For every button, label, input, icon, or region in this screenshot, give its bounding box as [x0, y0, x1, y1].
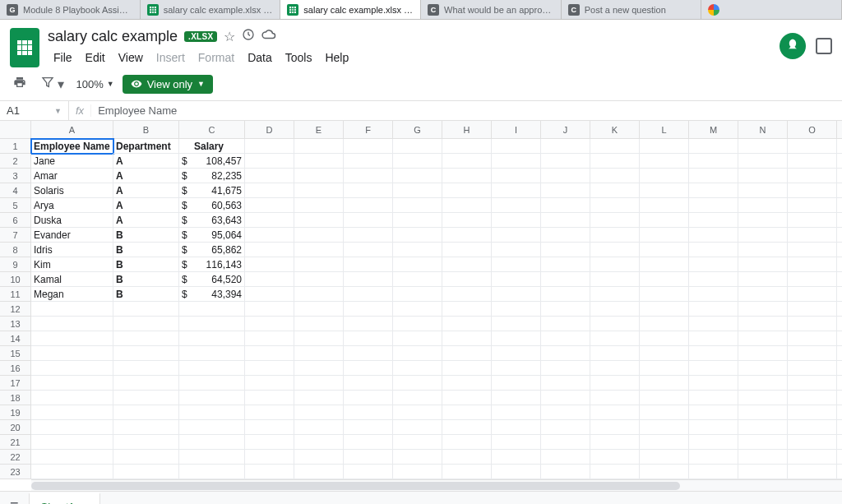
filter-icon[interactable]: ▾ [38, 72, 67, 95]
cell[interactable] [179, 302, 245, 317]
cell[interactable] [294, 272, 344, 287]
cell[interactable] [31, 361, 113, 376]
sheet-tab-sheet1[interactable]: Sheet1▼ [29, 492, 100, 504]
cell[interactable] [640, 435, 689, 450]
cell[interactable] [640, 154, 689, 169]
cell[interactable] [245, 391, 294, 405]
cell[interactable] [492, 169, 541, 183]
scrollbar-thumb[interactable] [31, 482, 680, 490]
cell[interactable] [442, 302, 492, 317]
cell[interactable] [837, 272, 842, 287]
cell[interactable] [179, 317, 245, 331]
row-header[interactable]: 22 [0, 450, 31, 465]
cell[interactable] [492, 450, 541, 465]
cell[interactable] [640, 391, 689, 405]
cell[interactable] [738, 405, 788, 420]
cell[interactable] [788, 169, 837, 183]
cell[interactable] [689, 139, 738, 154]
cell[interactable] [294, 435, 344, 450]
cell[interactable] [837, 302, 842, 317]
cell[interactable] [492, 228, 541, 243]
cell[interactable] [541, 198, 590, 213]
cell[interactable]: $60,563 [179, 198, 245, 213]
cell[interactable]: $64,520 [179, 272, 245, 287]
cell[interactable]: Kamal [31, 272, 113, 287]
cell[interactable] [442, 139, 492, 154]
row-header[interactable]: 16 [0, 361, 31, 376]
cell[interactable] [31, 405, 113, 420]
cell[interactable] [179, 435, 245, 450]
cell[interactable] [31, 302, 113, 317]
row-header[interactable]: 4 [0, 183, 31, 198]
column-header[interactable]: N [738, 121, 788, 139]
cell[interactable] [541, 376, 590, 391]
cell[interactable] [344, 228, 393, 243]
cell[interactable] [344, 405, 393, 420]
cell[interactable] [393, 391, 442, 405]
print-icon[interactable] [10, 72, 30, 95]
cell[interactable] [245, 420, 294, 435]
cell[interactable] [590, 243, 640, 257]
cell[interactable] [442, 346, 492, 361]
cell[interactable] [393, 331, 442, 346]
cell[interactable] [788, 228, 837, 243]
cell[interactable] [689, 465, 738, 479]
menu-data[interactable]: Data [242, 48, 278, 67]
cell[interactable] [344, 272, 393, 287]
cell[interactable] [689, 154, 738, 169]
row-header[interactable]: 7 [0, 228, 31, 243]
cell[interactable] [738, 198, 788, 213]
cell[interactable] [640, 302, 689, 317]
cell[interactable] [294, 198, 344, 213]
cell[interactable] [689, 198, 738, 213]
cell[interactable] [344, 139, 393, 154]
cell[interactable]: Idris [31, 243, 113, 257]
cell[interactable] [492, 391, 541, 405]
cell[interactable] [590, 435, 640, 450]
cell[interactable] [245, 346, 294, 361]
cell[interactable] [294, 139, 344, 154]
cell[interactable] [837, 465, 842, 479]
cell[interactable] [179, 405, 245, 420]
column-header[interactable]: M [689, 121, 738, 139]
cell[interactable] [541, 139, 590, 154]
cell[interactable] [113, 420, 179, 435]
cell[interactable] [344, 420, 393, 435]
row-header[interactable]: 15 [0, 346, 31, 361]
cell[interactable] [541, 331, 590, 346]
cell[interactable] [393, 228, 442, 243]
cell[interactable] [294, 228, 344, 243]
cell[interactable] [492, 183, 541, 198]
cell[interactable] [541, 287, 590, 302]
cell[interactable] [294, 376, 344, 391]
cell[interactable]: $65,862 [179, 243, 245, 257]
cell[interactable] [393, 154, 442, 169]
browser-tab[interactable]: CWhat would be an appropriat... [421, 0, 562, 19]
cell[interactable] [590, 317, 640, 331]
cell[interactable] [640, 361, 689, 376]
cell[interactable] [541, 450, 590, 465]
cell[interactable] [590, 361, 640, 376]
cell[interactable] [113, 391, 179, 405]
cell[interactable]: Arya [31, 198, 113, 213]
cell[interactable] [442, 198, 492, 213]
cell[interactable] [294, 405, 344, 420]
cell[interactable] [442, 183, 492, 198]
cell[interactable] [294, 257, 344, 272]
cell[interactable] [837, 376, 842, 391]
cell[interactable] [837, 198, 842, 213]
cell[interactable] [541, 302, 590, 317]
cell[interactable] [344, 361, 393, 376]
cell[interactable] [179, 376, 245, 391]
cell[interactable] [837, 361, 842, 376]
column-header[interactable]: D [245, 121, 294, 139]
cell[interactable] [442, 213, 492, 228]
cell[interactable] [245, 435, 294, 450]
cell[interactable] [738, 361, 788, 376]
cell[interactable] [344, 257, 393, 272]
row-header[interactable]: 13 [0, 317, 31, 331]
cell[interactable] [640, 287, 689, 302]
browser-tab[interactable]: salary calc example.xlsx - Go... [280, 0, 421, 19]
cell[interactable] [738, 331, 788, 346]
cell[interactable] [788, 361, 837, 376]
